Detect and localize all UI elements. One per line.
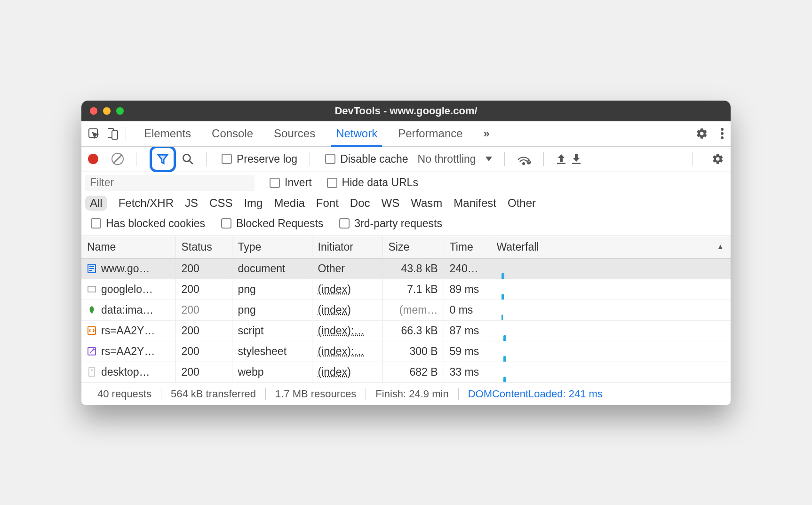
request-initiator[interactable]: (index) (312, 362, 382, 382)
third-party-label: 3rd-party requests (354, 217, 442, 230)
download-har-icon[interactable] (571, 153, 581, 165)
type-filter-manifest[interactable]: Manifest (454, 197, 496, 210)
throttling-select[interactable]: No throttling (418, 153, 476, 166)
blocked-cookies-checkbox[interactable]: Has blocked cookies (91, 217, 205, 230)
throttling-dropdown-icon[interactable] (486, 157, 492, 161)
request-initiator[interactable]: (index) (312, 300, 382, 320)
type-filter-wasm[interactable]: Wasm (411, 197, 442, 210)
request-initiator[interactable]: (index) (312, 279, 382, 300)
type-filter-all[interactable]: All (85, 196, 107, 211)
svg-rect-17 (88, 286, 96, 292)
column-name[interactable]: Name (81, 236, 175, 259)
filter-input[interactable] (85, 175, 255, 191)
third-party-checkbox[interactable]: 3rd-party requests (339, 217, 442, 230)
table-row[interactable]: desktop…200webp(index)682 B33 ms (81, 362, 731, 382)
search-icon (182, 153, 194, 165)
hide-data-urls-checkbox[interactable]: Hide data URLs (327, 176, 418, 189)
column-type[interactable]: Type (232, 236, 312, 259)
type-filter-css[interactable]: CSS (209, 197, 232, 210)
svg-point-22 (91, 370, 92, 371)
file-type-icon (87, 305, 96, 315)
network-toolbar: Preserve log Disable cache No throttling (81, 147, 731, 172)
zoom-window-button[interactable] (116, 107, 124, 115)
type-filter-img[interactable]: Img (244, 197, 263, 210)
blocked-requests-label: Blocked Requests (236, 217, 323, 230)
type-filter-font[interactable]: Font (316, 197, 339, 210)
type-filter-js[interactable]: JS (185, 197, 198, 210)
type-filter-fetch-xhr[interactable]: Fetch/XHR (119, 197, 174, 210)
disable-cache-checkbox[interactable]: Disable cache (325, 153, 408, 166)
request-name: rs=AA2Y… (101, 324, 155, 337)
invert-checkbox[interactable]: Invert (270, 176, 312, 189)
filter-toggle-button[interactable] (150, 146, 176, 172)
request-size: 43.8 kB (382, 258, 444, 279)
network-settings-icon[interactable] (712, 153, 724, 165)
more-icon[interactable] (720, 127, 724, 140)
clear-button[interactable] (111, 153, 124, 165)
status-transferred: 564 kB transferred (161, 388, 266, 400)
network-conditions-icon[interactable] (517, 153, 531, 165)
request-status: 200 (175, 300, 232, 320)
svg-point-8 (523, 163, 525, 165)
request-waterfall (491, 258, 731, 279)
inspect-element-icon[interactable] (88, 128, 99, 139)
request-name: googlelo… (101, 283, 153, 296)
tab-elements[interactable]: Elements (134, 121, 201, 146)
column-status[interactable]: Status (175, 236, 232, 259)
column-time[interactable]: Time (444, 236, 491, 259)
type-filter-media[interactable]: Media (274, 197, 304, 210)
record-button[interactable] (88, 154, 98, 164)
request-waterfall (491, 362, 731, 382)
tab-console[interactable]: Console (201, 121, 263, 146)
request-waterfall (491, 300, 731, 320)
upload-har-icon[interactable] (556, 153, 566, 165)
request-initiator[interactable]: (index):… (312, 341, 382, 362)
device-toolbar-icon[interactable] (108, 127, 118, 140)
svg-point-5 (721, 136, 724, 139)
search-button[interactable] (182, 153, 194, 165)
status-dcl: DOMContentLoaded: 241 ms (459, 388, 612, 400)
type-filter-doc[interactable]: Doc (350, 197, 370, 210)
file-type-icon (87, 367, 96, 377)
tabs-overflow-button[interactable]: » (473, 121, 500, 146)
request-type: png (232, 300, 312, 320)
column-initiator[interactable]: Initiator (312, 236, 382, 259)
type-filter-ws[interactable]: WS (382, 197, 400, 210)
request-initiator[interactable]: Other (312, 258, 382, 279)
table-row[interactable]: www.go…200documentOther43.8 kB240… (81, 258, 731, 279)
table-row[interactable]: rs=AA2Y…200stylesheet(index):…300 B59 ms (81, 341, 731, 362)
sort-arrow-icon: ▲ (716, 243, 724, 251)
request-time: 59 ms (444, 341, 491, 362)
svg-line-7 (189, 160, 193, 164)
svg-rect-11 (557, 163, 565, 164)
svg-rect-21 (89, 368, 95, 376)
request-status: 200 (175, 362, 232, 382)
window-controls (90, 107, 124, 115)
filter-bar: Invert Hide data URLs (81, 172, 731, 191)
requests-table: NameStatusTypeInitiatorSizeTimeWaterfall… (81, 236, 731, 383)
close-window-button[interactable] (90, 107, 97, 115)
blocked-cookies-label: Has blocked cookies (106, 217, 205, 230)
file-type-icon (87, 326, 96, 335)
column-size[interactable]: Size (382, 236, 444, 259)
request-status: 200 (175, 341, 232, 362)
blocked-requests-checkbox[interactable]: Blocked Requests (221, 217, 323, 230)
tab-sources[interactable]: Sources (263, 121, 326, 146)
preserve-log-checkbox[interactable]: Preserve log (222, 153, 297, 166)
tab-performance[interactable]: Performance (388, 121, 473, 146)
request-status: 200 (175, 258, 232, 279)
column-waterfall[interactable]: Waterfall▲ (491, 236, 731, 259)
table-row[interactable]: rs=AA2Y…200script(index):…66.3 kB87 ms (81, 320, 731, 341)
request-initiator[interactable]: (index):… (312, 320, 382, 341)
table-row[interactable]: data:ima…200png(index)(mem…0 ms (81, 300, 731, 320)
type-filter-other[interactable]: Other (508, 197, 536, 210)
type-filter-row: AllFetch/XHRJSCSSImgMediaFontDocWSWasmMa… (81, 191, 731, 215)
filter-icon (157, 153, 169, 165)
table-row[interactable]: googlelo…200png(index)7.1 kB89 ms (81, 279, 731, 300)
minimize-window-button[interactable] (103, 107, 111, 115)
request-name: www.go… (101, 262, 150, 275)
settings-icon[interactable] (696, 127, 708, 140)
devtools-window: DevTools - www.google.com/ ElementsConso… (81, 101, 731, 405)
status-finish: Finish: 24.9 min (366, 388, 458, 400)
tab-network[interactable]: Network (326, 121, 388, 146)
